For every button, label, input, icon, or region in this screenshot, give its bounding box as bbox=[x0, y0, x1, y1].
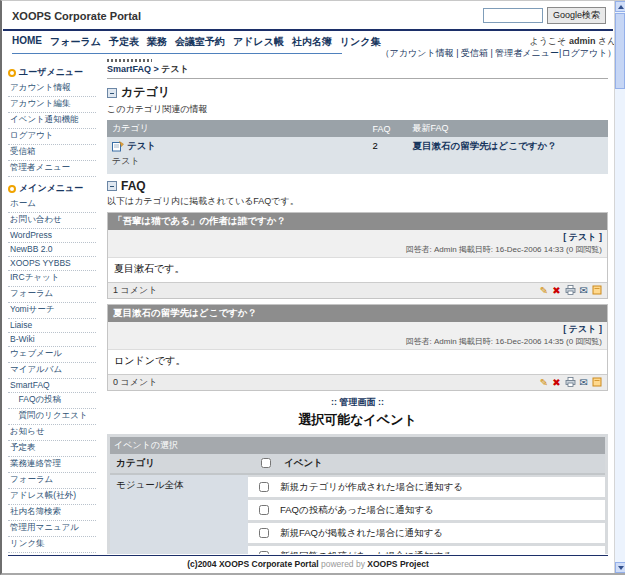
nav-link[interactable]: 会議室予約 bbox=[175, 35, 225, 49]
block-bullet-icon bbox=[8, 69, 16, 77]
event-checkbox[interactable] bbox=[259, 482, 269, 492]
faq-category-tag[interactable]: [ テスト ] bbox=[113, 323, 602, 336]
faq-answer: 夏目漱石です。 bbox=[108, 258, 607, 282]
sidebar-menu-item[interactable]: 予定表 bbox=[8, 441, 96, 457]
bookmark-icon[interactable] bbox=[592, 377, 602, 389]
breadcrumb-module-link[interactable]: SmartFAQ bbox=[107, 64, 151, 74]
sidebar-menu-item[interactable]: お問い合わせ bbox=[8, 213, 96, 229]
event-checkbox[interactable] bbox=[259, 505, 269, 515]
sidebar-menu-item[interactable]: イベント通知機能 bbox=[8, 113, 96, 129]
delete-icon[interactable]: ✖ bbox=[552, 286, 560, 296]
top-bar: XOOPS Corporate Portal Google検索 bbox=[2, 1, 614, 29]
main-area: ユーザメニュー アカウント情報アカウント編集イベント通知機能ログアウト受信箱管理… bbox=[2, 59, 614, 554]
category-table: カテゴリ FAQ 最新FAQ テスト テスト 2 夏目 bbox=[107, 120, 608, 174]
nav-link[interactable]: アドレス帳 bbox=[233, 35, 284, 49]
comment-count[interactable]: 1 コメント bbox=[113, 284, 157, 297]
welcome-prefix: ようこそ bbox=[530, 36, 567, 46]
sidebar-menu-item[interactable]: リンク集 bbox=[8, 537, 96, 553]
account-links[interactable]: （アカウント情報 | 受信箱 | 管理者メニュー|ログアウト） bbox=[381, 47, 617, 59]
section-box-icon bbox=[107, 181, 117, 191]
latest-faq-link[interactable]: 夏目漱石の留学先はどこですか？ bbox=[413, 140, 557, 151]
sidebar-menu-item[interactable]: フォーラム bbox=[8, 287, 96, 303]
nav-link[interactable]: HOME bbox=[12, 35, 42, 49]
sidebar-menu-item[interactable]: XOOPS YYBBS bbox=[8, 257, 96, 271]
sidebar-menu-item[interactable]: NewBB 2.0 bbox=[8, 243, 96, 257]
print-icon[interactable] bbox=[565, 377, 576, 389]
sidebar-menu-item[interactable]: フォーラム bbox=[8, 473, 96, 489]
scroll-up-arrow-icon[interactable] bbox=[615, 1, 625, 12]
select-all-checkbox[interactable] bbox=[261, 458, 271, 468]
user-menu-title: ユーザメニュー bbox=[8, 66, 96, 79]
nav-link[interactable]: 予定表 bbox=[109, 35, 139, 49]
sidebar-menu-item[interactable]: ホーム bbox=[8, 197, 96, 213]
sidebar-menu-item[interactable]: ウェブメール bbox=[8, 347, 96, 363]
faq-item: 夏目漱石の留学先はどこですか？ [ テスト ] 回答者: Admin 掲載日時:… bbox=[107, 304, 608, 391]
main-nav: HOMEフォーラム予定表業務会議室予約アドレス帳社内名簿リンク集 bbox=[12, 35, 381, 49]
faq-count: 2 bbox=[368, 137, 408, 174]
sidebar-menu-item[interactable]: ログアウト bbox=[8, 129, 96, 145]
sidebar-menu-item[interactable]: アカウント情報 bbox=[8, 81, 96, 97]
event-checkbox[interactable] bbox=[259, 528, 269, 538]
sidebar-menu-item[interactable]: 社内名簿検索 bbox=[8, 505, 96, 521]
sidebar-menu-item[interactable]: B-Wiki bbox=[8, 333, 96, 347]
delete-icon[interactable]: ✖ bbox=[552, 378, 560, 388]
nav-row: HOMEフォーラム予定表業務会議室予約アドレス帳社内名簿リンク集 ようこそ ad… bbox=[2, 31, 614, 59]
scrollbar-thumb[interactable] bbox=[615, 13, 625, 89]
faq-comment-bar: 0 コメント ✎ ✖ ✉ bbox=[108, 374, 607, 390]
search-input[interactable] bbox=[483, 8, 543, 23]
sidebar-menu-item[interactable]: 受信箱 bbox=[8, 145, 96, 161]
event-checkbox[interactable] bbox=[259, 551, 269, 554]
admin-panel-link[interactable]: :: 管理画面 :: bbox=[107, 396, 608, 409]
footer-powered: powered by bbox=[321, 559, 365, 569]
sidebar-menu-item[interactable]: FAQの投稿 bbox=[8, 393, 96, 409]
bookmark-icon[interactable] bbox=[592, 285, 602, 297]
vertical-scrollbar[interactable] bbox=[614, 1, 625, 573]
sidebar-menu-item[interactable]: マイアルバム bbox=[8, 363, 96, 379]
google-search-button[interactable]: Google検索 bbox=[547, 7, 606, 24]
faq-action-icons: ✎ ✖ ✉ bbox=[540, 285, 602, 297]
edit-icon[interactable]: ✎ bbox=[540, 378, 548, 388]
event-label: 新規FAQが掲載された場合に通知する bbox=[280, 527, 601, 540]
sidebar: ユーザメニュー アカウント情報アカウント編集イベント通知機能ログアウト受信箱管理… bbox=[5, 59, 99, 554]
category-row: テスト テスト 2 夏目漱石の留学先はどこですか？ bbox=[107, 137, 608, 174]
comment-count[interactable]: 0 コメント bbox=[113, 376, 157, 389]
sidebar-menu-item[interactable]: SmartFAQ bbox=[8, 379, 96, 393]
nav-link[interactable]: リンク集 bbox=[340, 35, 381, 49]
event-row: 新規回答の投稿があった場合に通知する bbox=[248, 546, 605, 554]
sidebar-menu-item[interactable]: Liaise bbox=[8, 319, 96, 333]
faq-info: [ テスト ] 回答者: Admin 掲載日時: 16-Dec-2006 14:… bbox=[108, 230, 607, 258]
user-menu: アカウント情報アカウント編集イベント通知機能ログアウト受信箱管理者メニュー bbox=[8, 81, 96, 177]
col-header-faq: FAQ bbox=[368, 120, 408, 137]
footer-brand: XOOPS Corporate Portal bbox=[219, 559, 319, 569]
page-frame: XOOPS Corporate Portal Google検索 HOMEフォーラ… bbox=[2, 1, 614, 573]
event-rows: 新規カテゴリが作成された場合に通知する FAQの投稿があった場合に通知する bbox=[248, 475, 605, 554]
category-doc-icon bbox=[112, 141, 124, 152]
nav-link[interactable]: 業務 bbox=[147, 35, 167, 49]
sidebar-menu-item[interactable]: アカウント編集 bbox=[8, 97, 96, 113]
events-table: イベントの選択 カテゴリ イベント モジュール全体 bbox=[107, 434, 608, 554]
edit-icon[interactable]: ✎ bbox=[540, 286, 548, 296]
category-link[interactable]: テスト bbox=[112, 140, 156, 153]
nav-link[interactable]: フォーラム bbox=[50, 35, 101, 49]
sidebar-menu-item[interactable]: アドレス帳(社外) bbox=[8, 489, 96, 505]
sidebar-menu-item[interactable]: Yomiサーチ bbox=[8, 303, 96, 319]
faq-category-tag[interactable]: [ テスト ] bbox=[113, 231, 602, 244]
scroll-down-arrow-icon[interactable] bbox=[615, 562, 625, 573]
col-event-label: イベント bbox=[284, 457, 601, 470]
mail-icon[interactable]: ✉ bbox=[580, 286, 588, 296]
sidebar-menu-item[interactable]: 業務連絡管理 bbox=[8, 457, 96, 473]
sidebar-menu-item[interactable]: 管理者メニュー bbox=[8, 161, 96, 177]
sidebar-menu-item[interactable]: 質問のリクエスト bbox=[8, 409, 96, 425]
footer-project-link[interactable]: XOOPS Project bbox=[367, 559, 428, 569]
breadcrumb-separator: > bbox=[154, 64, 159, 74]
sidebar-menu-item[interactable]: 管理用マニュアル bbox=[8, 521, 96, 537]
site-title: XOOPS Corporate Portal bbox=[12, 10, 141, 22]
sidebar-menu-item[interactable]: IRCチャット bbox=[8, 271, 96, 287]
nav-link[interactable]: 社内名簿 bbox=[292, 35, 332, 49]
sidebar-menu-item[interactable]: お知らせ bbox=[8, 425, 96, 441]
faq-comment-bar: 1 コメント ✎ ✖ ✉ bbox=[108, 282, 607, 298]
faq-meta: 回答者: Admin 掲載日時: 16-Dec-2006 14:35 (0 回閲… bbox=[113, 336, 602, 347]
sidebar-menu-item[interactable]: WordPress bbox=[8, 229, 96, 243]
print-icon[interactable] bbox=[565, 285, 576, 297]
mail-icon[interactable]: ✉ bbox=[580, 378, 588, 388]
